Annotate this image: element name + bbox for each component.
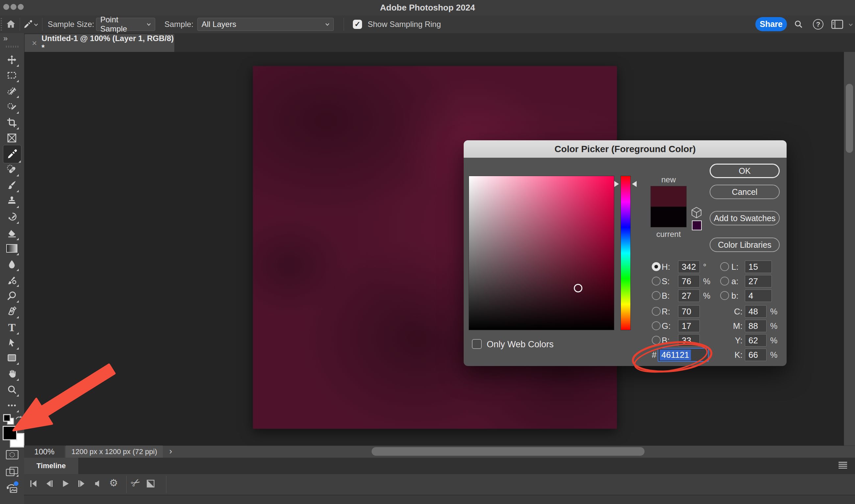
swap-colors-icon[interactable] <box>15 415 24 421</box>
gradient-tool[interactable] <box>5 241 19 256</box>
b-radio[interactable] <box>652 291 661 300</box>
k-field[interactable]: 66 <box>745 348 767 361</box>
l-field[interactable]: 15 <box>745 260 772 273</box>
only-web-colors-checkbox[interactable] <box>472 339 482 349</box>
timeline-tab[interactable]: Timeline <box>24 458 78 474</box>
quick-mask-icon[interactable] <box>5 450 19 460</box>
pen-tool[interactable] <box>5 304 19 319</box>
spot-healing-tool[interactable] <box>5 162 19 177</box>
selection-brush-tool[interactable] <box>5 100 19 114</box>
help-icon[interactable]: ? <box>813 19 823 30</box>
hand-tool[interactable] <box>5 367 19 381</box>
s-label: S: <box>662 275 670 287</box>
hex-field[interactable]: 461121 <box>658 348 709 362</box>
dialog-title[interactable]: Color Picker (Foreground Color) <box>464 140 787 158</box>
workspace-panel-icon[interactable] <box>831 20 843 29</box>
move-tool[interactable] <box>5 53 19 67</box>
hue-slider[interactable] <box>621 176 631 330</box>
document-tab-title: Untitled-1 @ 100% (Layer 1, RGB/8) * <box>41 34 174 52</box>
adjustment-brush-tool[interactable] <box>5 273 19 287</box>
hue-slider-left-arrow[interactable] <box>614 181 619 187</box>
a-field[interactable]: 27 <box>745 275 772 287</box>
transition-icon[interactable] <box>146 479 155 488</box>
share-button[interactable]: Share <box>755 17 787 31</box>
clone-stamp-tool[interactable] <box>5 194 19 208</box>
vertical-scrollbar[interactable] <box>846 84 853 153</box>
h-radio[interactable] <box>652 262 661 271</box>
first-frame-icon[interactable] <box>29 479 38 489</box>
c-field[interactable]: 48 <box>745 305 767 318</box>
eyedropper-tool[interactable] <box>3 145 21 163</box>
chevron-down-icon[interactable] <box>849 23 853 26</box>
zoom-window-button[interactable] <box>18 4 24 10</box>
history-brush-tool[interactable] <box>5 210 19 224</box>
document-info[interactable]: 1200 px x 1200 px (72 ppi) <box>66 446 163 458</box>
m-field[interactable]: 88 <box>745 320 767 332</box>
blur-tool[interactable] <box>5 257 19 271</box>
crop-tool[interactable] <box>5 115 19 130</box>
r-field[interactable]: 70 <box>678 305 700 318</box>
s-radio[interactable] <box>652 277 661 286</box>
toolbar-grip[interactable] <box>6 46 18 48</box>
collapse-toolbar-button[interactable]: » <box>3 34 7 43</box>
frame-tool[interactable] <box>5 131 19 145</box>
next-frame-icon[interactable] <box>76 479 87 489</box>
marquee-tool[interactable] <box>5 68 19 83</box>
s-field[interactable]: 76 <box>678 275 700 287</box>
search-icon[interactable] <box>793 19 803 29</box>
sample-dropdown[interactable]: All Layers <box>197 18 334 31</box>
zoom-level[interactable]: 100% <box>24 446 65 458</box>
b-lab-radio[interactable] <box>720 291 729 300</box>
hue-slider-right-arrow[interactable] <box>632 181 636 187</box>
path-selection-tool[interactable] <box>5 336 19 350</box>
b-rgb-field[interactable]: 33 <box>678 334 700 347</box>
panel-menu-icon[interactable] <box>838 461 848 469</box>
b-lab-field[interactable]: 4 <box>745 289 772 302</box>
a-radio[interactable] <box>720 277 729 286</box>
close-window-button[interactable] <box>3 4 9 10</box>
foreground-color-swatch[interactable] <box>3 426 17 440</box>
audio-icon[interactable] <box>94 479 102 488</box>
b-rgb-radio[interactable] <box>652 336 661 345</box>
add-to-swatches-button[interactable]: Add to Swatches <box>710 211 780 226</box>
g-field[interactable]: 17 <box>678 320 700 332</box>
g-radio[interactable] <box>652 321 661 330</box>
dodge-tool[interactable] <box>5 288 19 303</box>
rectangle-tool[interactable] <box>5 350 19 365</box>
r-radio[interactable] <box>652 307 661 316</box>
home-icon[interactable] <box>5 19 16 30</box>
chevron-down-icon[interactable] <box>34 23 38 26</box>
eraser-tool[interactable] <box>5 226 19 240</box>
y-field[interactable]: 62 <box>745 334 767 347</box>
previous-frame-icon[interactable] <box>45 479 54 489</box>
h-field[interactable]: 342 <box>678 260 700 273</box>
minimize-window-button[interactable] <box>11 4 16 10</box>
lasso-tool[interactable] <box>5 84 19 98</box>
type-tool[interactable]: T <box>5 320 19 335</box>
color-field[interactable] <box>469 176 614 330</box>
ok-button[interactable]: OK <box>710 164 780 178</box>
generative-ai-icon[interactable] <box>5 480 19 495</box>
status-chevron-icon[interactable]: › <box>166 446 176 458</box>
screen-mode-icon[interactable] <box>5 467 19 477</box>
gamut-warning-cube-icon[interactable] <box>690 206 703 219</box>
b-field[interactable]: 27 <box>678 289 700 302</box>
eyedropper-icon[interactable] <box>23 19 33 29</box>
options-bar-grip[interactable] <box>1 18 2 31</box>
close-tab-icon[interactable]: × <box>32 38 37 48</box>
web-safe-color-swatch[interactable] <box>692 220 702 230</box>
show-sampling-ring-checkbox[interactable]: ✓ <box>353 20 362 29</box>
l-radio[interactable] <box>720 262 729 271</box>
document-tab[interactable]: × Untitled-1 @ 100% (Layer 1, RGB/8) * <box>25 34 174 52</box>
brush-tool[interactable] <box>5 178 19 193</box>
more-tools[interactable] <box>5 398 19 413</box>
play-icon[interactable] <box>60 479 70 489</box>
separator <box>42 18 42 31</box>
zoom-tool[interactable] <box>5 382 19 397</box>
cancel-button[interactable]: Cancel <box>710 185 780 199</box>
settings-gear-icon[interactable]: ⚙ <box>109 478 118 488</box>
color-libraries-button[interactable]: Color Libraries <box>710 237 780 252</box>
sample-size-dropdown[interactable]: Point Sample <box>96 18 155 31</box>
color-field-marker[interactable] <box>574 284 582 292</box>
horizontal-scrollbar[interactable] <box>371 447 645 456</box>
